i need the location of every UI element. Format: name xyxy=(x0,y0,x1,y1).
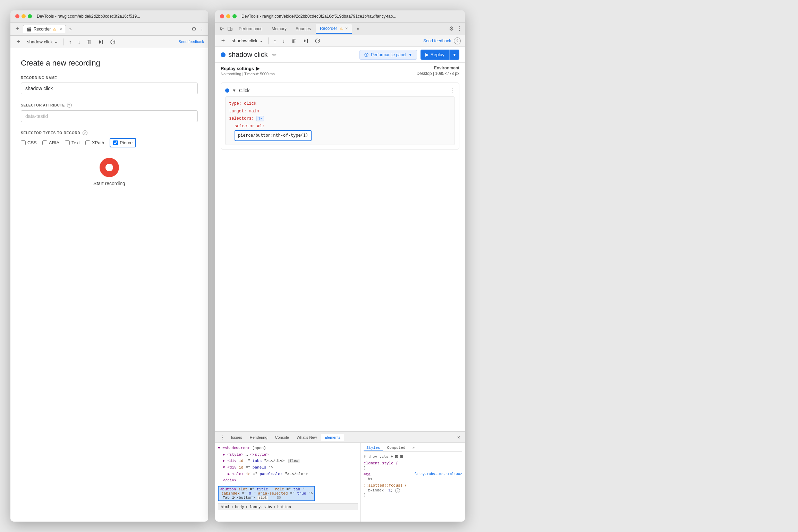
text-checkbox[interactable] xyxy=(65,140,70,145)
right-replay-toolbar-button[interactable] xyxy=(313,37,322,45)
edit-recording-name-button[interactable]: ✏ xyxy=(270,51,279,58)
tab-rendering[interactable]: Rendering xyxy=(246,434,271,441)
maximize-traffic-light[interactable] xyxy=(28,14,32,18)
right-minimize-traffic-light[interactable] xyxy=(226,14,230,18)
style-element[interactable]: ▶ <style> … </style> xyxy=(218,452,358,458)
right-add-button[interactable]: + xyxy=(219,37,227,44)
tab-overflow-button[interactable]: » xyxy=(68,26,73,32)
shadow-root-element[interactable]: ▼ #shadow-root (open) xyxy=(218,445,358,452)
add-recording-button[interactable]: + xyxy=(15,38,22,45)
bottom-more-button[interactable]: ⋮ xyxy=(218,433,227,441)
tab-issues[interactable]: Issues xyxy=(228,434,246,441)
tab-performance[interactable]: Performance xyxy=(235,24,267,33)
styles-toolbar: F :hov .cls + ⊟ ⊞ xyxy=(364,454,462,459)
hov-button[interactable]: :hov xyxy=(368,454,377,459)
slot-element[interactable]: ▶ <slot id =" panelsSlot ">…</slot> xyxy=(218,471,358,478)
step-forward-button[interactable] xyxy=(96,38,105,46)
tab-recorder[interactable]: Recorder ⚠ × xyxy=(316,24,352,34)
pierce-checkbox-item[interactable]: Pierce xyxy=(113,140,133,145)
breadcrumb-body[interactable]: body xyxy=(235,505,244,509)
replay-dropdown-button[interactable]: ▼ xyxy=(449,50,459,60)
styles-tab-styles[interactable]: Styles xyxy=(364,445,383,451)
settings-gear-icon[interactable]: ⚙ xyxy=(192,26,196,32)
right-step-forward-button[interactable] xyxy=(301,37,310,45)
breadcrumb-fancy-tabs[interactable]: fancy-tabs xyxy=(249,505,272,509)
recorder-tab[interactable]: 🎬 Recorder ⚠ × xyxy=(23,25,66,33)
breadcrumb-button[interactable]: button xyxy=(277,505,291,509)
ta-source[interactable]: fancy-tabs-…mo.html:302 xyxy=(414,472,462,477)
add-style-button[interactable]: + xyxy=(391,454,393,459)
right-close-traffic-light[interactable] xyxy=(220,14,224,18)
performance-panel-button[interactable]: Performance panel ▼ xyxy=(359,50,417,60)
recording-name-selector[interactable]: shadow click ⌄ xyxy=(25,38,60,45)
timeout-label: Timeout: 5000 ms xyxy=(244,72,275,76)
aria-checkbox-item[interactable]: ARIA xyxy=(42,140,59,145)
start-recording-button[interactable] xyxy=(100,158,119,177)
panels-div-element[interactable]: ▼ <div id =" panels "> xyxy=(218,464,358,471)
aria-checkbox[interactable] xyxy=(42,140,47,145)
styles-tab-computed[interactable]: Computed xyxy=(384,445,408,451)
cursor-icon[interactable] xyxy=(218,25,226,33)
selector-attribute-input[interactable] xyxy=(21,110,198,122)
tab-elements[interactable]: Elements xyxy=(321,434,344,441)
breadcrumb-html[interactable]: html xyxy=(221,505,230,509)
right-more-icon[interactable]: ⋮ xyxy=(457,25,462,32)
replay-button-toolbar[interactable] xyxy=(108,38,117,46)
styles-tab-more[interactable]: » xyxy=(409,445,417,451)
tabs-div-element[interactable]: ▶ <div id =" tabs ">…</div> flex xyxy=(218,458,358,464)
selector-attribute-help-icon[interactable]: ? xyxy=(67,103,72,108)
step-expand-icon[interactable]: ▼ xyxy=(232,88,236,93)
style-icon-1[interactable]: ⊟ xyxy=(395,454,398,459)
replay-main-button[interactable]: ▶ Replay xyxy=(421,50,449,60)
recording-name-input[interactable] xyxy=(21,83,198,94)
xpath-checkbox[interactable] xyxy=(85,140,90,145)
css-checkbox-item[interactable]: CSS xyxy=(21,140,37,145)
right-delete-button[interactable]: 🗑 xyxy=(290,37,298,45)
equals-dollar-symbol: == $0 xyxy=(271,496,281,500)
send-feedback-link[interactable]: Send feedback xyxy=(179,39,204,44)
help-icon[interactable]: ? xyxy=(454,37,461,44)
more-options-icon[interactable]: ⋮ xyxy=(199,26,205,32)
import-recording-button[interactable]: ↓ xyxy=(76,38,82,46)
replay-settings-title[interactable]: Replay settings ▶ xyxy=(221,66,416,71)
tab-whats-new[interactable]: What's New xyxy=(293,434,320,441)
environment-value: Desktop | 1095×778 px xyxy=(416,71,459,76)
new-tab-button[interactable]: + xyxy=(14,26,21,33)
css-checkbox[interactable] xyxy=(21,140,26,145)
pierce-checkbox[interactable] xyxy=(113,140,118,145)
bottom-panel-close[interactable]: × xyxy=(455,435,462,440)
right-traffic-lights xyxy=(220,14,237,18)
highlighted-element-wrapper[interactable]: <button slot =" title " role =" tab " ta… xyxy=(218,485,358,502)
right-recording-selector[interactable]: shadow click ⌄ xyxy=(230,37,265,44)
recorder-header: shadow click ✏ Performance panel ▼ ▶ Rep… xyxy=(215,47,465,63)
delete-recording-button[interactable]: 🗑 xyxy=(85,38,94,46)
minimize-traffic-light[interactable] xyxy=(22,14,26,18)
recorder-tab-close-right[interactable]: × xyxy=(345,26,348,31)
right-settings-icon[interactable]: ⚙ xyxy=(449,25,454,32)
send-feedback-right-link[interactable]: Send feedback xyxy=(423,38,451,43)
text-checkbox-item[interactable]: Text xyxy=(65,140,80,145)
xpath-checkbox-item[interactable]: XPath xyxy=(85,140,104,145)
style-icon-2[interactable]: ⊞ xyxy=(400,454,403,459)
left-titlebar: DevTools - rawgit.com/ebidel/2d2bb0cdec3… xyxy=(10,10,208,23)
tab-memory[interactable]: Memory xyxy=(268,24,291,33)
right-maximize-traffic-light[interactable] xyxy=(232,14,237,18)
zindex-info-icon[interactable]: i xyxy=(395,488,400,493)
step-more-options[interactable]: ⋮ xyxy=(449,87,455,94)
selector-types-help-icon[interactable]: ? xyxy=(83,130,87,135)
highlighted-button-element[interactable]: <button slot =" title " role =" tab " ta… xyxy=(218,486,315,501)
selector-attribute-label: SELECTOR ATTRIBUTE ? xyxy=(21,103,198,108)
recorder-tab-close[interactable]: × xyxy=(60,27,62,31)
export-recording-button[interactable]: ↑ xyxy=(67,38,74,46)
cls-button[interactable]: .cls xyxy=(379,454,389,459)
tab-sources[interactable]: Sources xyxy=(291,24,315,33)
right-export-button[interactable]: ↑ xyxy=(272,37,278,45)
close-traffic-light[interactable] xyxy=(15,14,19,18)
replay-settings-chevron: ▶ xyxy=(256,66,260,71)
tab-console[interactable]: Console xyxy=(272,434,292,441)
element-style-rule: element.style { } xyxy=(364,461,462,470)
right-import-button[interactable]: ↓ xyxy=(281,37,287,45)
right-recorder-toolbar: + shadow click ⌄ ↑ ↓ 🗑 Send feedback xyxy=(215,35,465,47)
tab-more[interactable]: » xyxy=(353,24,363,33)
device-toggle-icon[interactable] xyxy=(226,25,234,33)
